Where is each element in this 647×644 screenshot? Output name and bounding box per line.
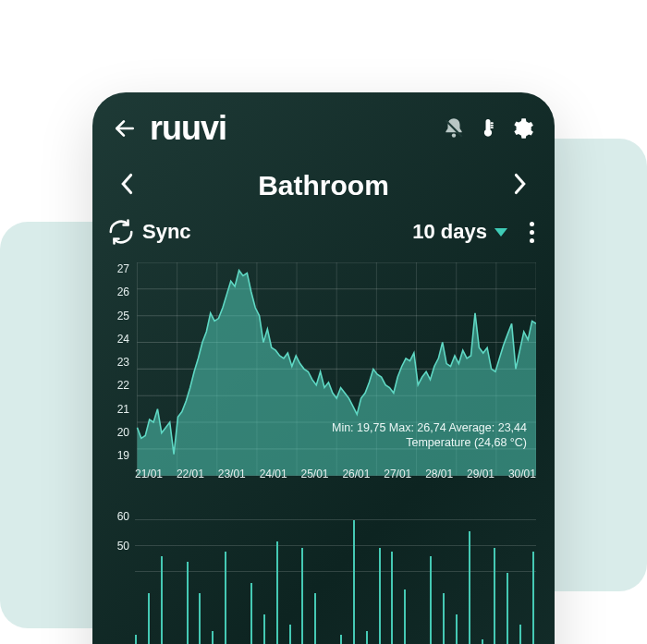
chart-x-ticks: 21/0122/0123/0124/0125/0126/0127/0128/01… [135, 468, 536, 480]
app-top-bar: ruuvi [92, 92, 555, 157]
next-sensor-button[interactable] [512, 173, 527, 199]
thermometer-icon[interactable] [479, 119, 497, 138]
chart-stats: Min: 19,75 Max: 26,74 Average: 23,44 Tem… [332, 421, 527, 449]
more-menu-button[interactable] [530, 222, 534, 243]
sync-icon [107, 218, 135, 246]
back-button[interactable] [113, 116, 137, 140]
range-label: 10 days [412, 220, 487, 244]
notifications-icon[interactable] [442, 116, 466, 140]
chart-y-ticks: 272625242322212019 [107, 262, 129, 462]
sensor-title-row: Bathroom [92, 157, 555, 209]
temperature-chart[interactable]: 272625242322212019 Min: 19,75 Max: 26,74… [102, 262, 536, 484]
chevron-down-icon [494, 228, 507, 237]
sync-button[interactable]: Sync [107, 218, 191, 246]
action-row: Sync 10 days [92, 209, 555, 253]
settings-icon[interactable] [510, 116, 534, 140]
range-selector[interactable]: 10 days [412, 220, 507, 244]
chart2-y-ticks: 6050 [107, 510, 129, 553]
svg-point-1 [452, 133, 456, 137]
sensor-title: Bathroom [258, 170, 389, 201]
sync-label: Sync [142, 220, 191, 244]
prev-sensor-button[interactable] [120, 173, 135, 199]
app-logo: ruuvi [150, 109, 429, 148]
phone-frame: ruuvi Bathroom [92, 92, 555, 644]
secondary-chart[interactable]: 6050 [102, 492, 536, 644]
